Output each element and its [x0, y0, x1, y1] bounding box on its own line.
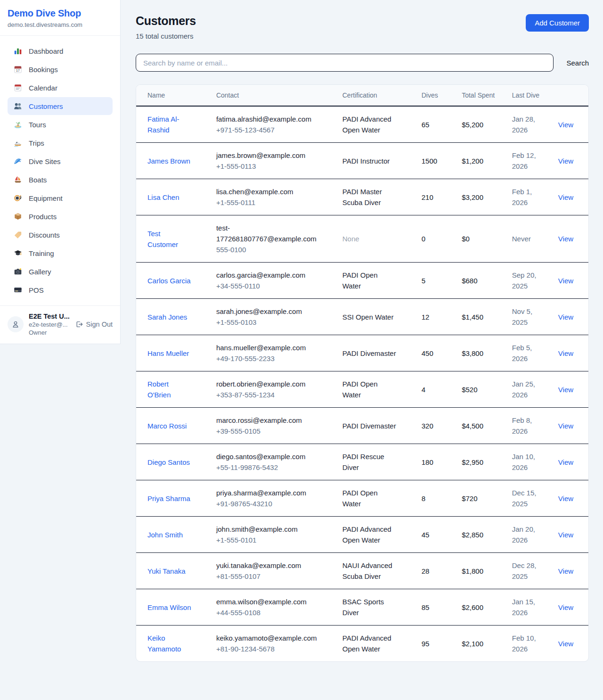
- customer-certification: PADI Advanced Open Water: [342, 634, 391, 653]
- customer-name-link[interactable]: Emma Wilson: [147, 603, 191, 611]
- customer-certification: PADI Advanced Open Water: [342, 115, 391, 134]
- customer-total-spent: $1,200: [462, 157, 483, 165]
- customer-certification: BSAC Sports Diver: [342, 598, 384, 617]
- view-link[interactable]: View: [558, 277, 573, 285]
- view-link[interactable]: View: [558, 235, 573, 243]
- sidebar-item-boats[interactable]: Boats: [8, 171, 113, 189]
- discounts-icon: [14, 231, 22, 239]
- sidebar-item-bookings[interactable]: Bookings: [8, 60, 113, 78]
- customer-last-dive: Jan 20, 2026: [512, 525, 535, 544]
- customer-email: john.smith@example.com: [216, 524, 328, 535]
- customer-name-link[interactable]: James Brown: [147, 157, 190, 165]
- customer-certification: None: [342, 235, 359, 243]
- sidebar-item-dashboard[interactable]: Dashboard: [8, 42, 113, 60]
- customer-name-link[interactable]: Robert O'Brien: [147, 380, 171, 399]
- sidebar-item-equipment[interactable]: Equipment: [8, 189, 113, 207]
- view-link[interactable]: View: [558, 157, 573, 165]
- customer-phone: +44-555-0108: [216, 607, 328, 618]
- customer-name-link[interactable]: John Smith: [147, 531, 183, 539]
- sidebar-item-label: Dive Sites: [29, 157, 61, 165]
- view-link[interactable]: View: [558, 313, 573, 321]
- customer-name-link[interactable]: Yuki Tanaka: [147, 567, 186, 575]
- table-row: Carlos Garcia carlos.garcia@example.com …: [136, 263, 588, 299]
- customer-name-link[interactable]: Keiko Yamamoto: [147, 634, 181, 653]
- user-section: E2E Test U... e2e-tester@... Owner Sign …: [0, 305, 120, 344]
- customer-dives: 12: [422, 313, 430, 321]
- view-link[interactable]: View: [558, 603, 573, 611]
- sidebar-item-training[interactable]: Training: [8, 244, 113, 262]
- view-link[interactable]: View: [558, 567, 573, 575]
- customer-dives: 28: [422, 567, 430, 575]
- customer-dives: 45: [422, 531, 430, 539]
- sidebar-item-tours[interactable]: Tours: [8, 115, 113, 133]
- customer-last-dive: Nov 5, 2025: [512, 307, 532, 326]
- customer-total-spent: $520: [462, 386, 477, 394]
- customer-phone: +353-87-555-1234: [216, 389, 328, 400]
- customer-phone: +39-555-0105: [216, 426, 328, 436]
- customer-name-link[interactable]: Lisa Chen: [147, 193, 179, 201]
- sidebar-item-pos[interactable]: POS: [8, 281, 113, 299]
- sidebar-item-gallery[interactable]: Gallery: [8, 263, 113, 280]
- sidebar: Demo Dive Shop demo.test.divestreams.com…: [0, 0, 121, 344]
- table-row: Keiko Yamamoto keiko.yamamoto@example.co…: [136, 626, 588, 662]
- table-row: Yuki Tanaka yuki.tanaka@example.com +81-…: [136, 553, 588, 589]
- sidebar-item-customers[interactable]: Customers: [8, 97, 113, 115]
- customer-name-link[interactable]: Carlos Garcia: [147, 277, 191, 285]
- table-row: Robert O'Brien robert.obrien@example.com…: [136, 371, 588, 408]
- sidebar-item-calendar[interactable]: Calendar: [8, 79, 113, 97]
- customer-last-dive: Feb 10, 2026: [512, 634, 536, 653]
- customer-email: james.brown@example.com: [216, 150, 328, 161]
- column-header-name: Name: [136, 85, 216, 106]
- customer-name-link[interactable]: Sarah Jones: [147, 313, 187, 321]
- avatar: [8, 316, 24, 332]
- customer-certification: PADI Instructor: [342, 157, 390, 165]
- view-link[interactable]: View: [558, 121, 573, 129]
- view-link[interactable]: View: [558, 458, 573, 466]
- customer-total-spent: $2,100: [462, 640, 483, 648]
- shop-name: Demo Dive Shop: [8, 8, 113, 19]
- customer-email: marco.rossi@example.com: [216, 415, 328, 426]
- customer-email: hans.mueller@example.com: [216, 342, 328, 353]
- search-input[interactable]: [136, 54, 554, 72]
- customer-dives: 180: [422, 458, 433, 466]
- sidebar-item-discounts[interactable]: Discounts: [8, 226, 113, 244]
- customer-dives: 4: [422, 386, 425, 394]
- customer-name-link[interactable]: Fatima Al-Rashid: [147, 115, 179, 134]
- view-link[interactable]: View: [558, 386, 573, 394]
- view-link[interactable]: View: [558, 531, 573, 539]
- app-root: Demo Dive Shop demo.test.divestreams.com…: [0, 0, 603, 675]
- customer-certification: PADI Rescue Diver: [342, 453, 384, 471]
- customer-phone: +49-170-555-2233: [216, 353, 328, 364]
- sign-out-button[interactable]: Sign Out: [75, 321, 113, 328]
- main-content: Customers 15 total customers Add Custome…: [121, 0, 603, 675]
- customer-name-link[interactable]: Hans Mueller: [147, 349, 189, 357]
- view-link[interactable]: View: [558, 494, 573, 502]
- view-link[interactable]: View: [558, 349, 573, 357]
- sidebar-item-dive-sites[interactable]: Dive Sites: [8, 152, 113, 170]
- customer-name-link[interactable]: Marco Rossi: [147, 422, 187, 430]
- user-info: E2E Test U... e2e-tester@... Owner: [29, 313, 70, 336]
- column-header-last-dive: Last Dive: [512, 85, 554, 106]
- view-link[interactable]: View: [558, 193, 573, 201]
- sidebar-item-label: Training: [29, 249, 54, 257]
- table-row: Test Customer test-1772681807767@example…: [136, 215, 588, 263]
- customer-name-link[interactable]: Diego Santos: [147, 458, 190, 466]
- column-header-total-spent: Total Spent: [462, 85, 512, 106]
- table-row: John Smith john.smith@example.com +1-555…: [136, 517, 588, 553]
- add-customer-button[interactable]: Add Customer: [526, 14, 589, 32]
- pos-icon: [14, 286, 22, 294]
- customer-email: priya.sharma@example.com: [216, 487, 328, 498]
- search-button[interactable]: Search: [554, 59, 589, 67]
- view-link[interactable]: View: [558, 422, 573, 430]
- sidebar-item-trips[interactable]: Trips: [8, 134, 113, 152]
- customer-phone: +34-555-0110: [216, 280, 328, 291]
- customer-last-dive: Jan 10, 2026: [512, 453, 535, 471]
- customer-total-spent: $720: [462, 494, 477, 502]
- table-row: Lisa Chen lisa.chen@example.com +1-555-0…: [136, 179, 588, 215]
- customer-name-link[interactable]: Priya Sharma: [147, 494, 190, 502]
- customer-name-link[interactable]: Test Customer: [147, 230, 178, 248]
- table-header: Name Contact Certification Dives Total S…: [136, 85, 588, 106]
- view-link[interactable]: View: [558, 640, 573, 648]
- sidebar-item-products[interactable]: Products: [8, 207, 113, 225]
- customer-certification: PADI Open Water: [342, 271, 378, 290]
